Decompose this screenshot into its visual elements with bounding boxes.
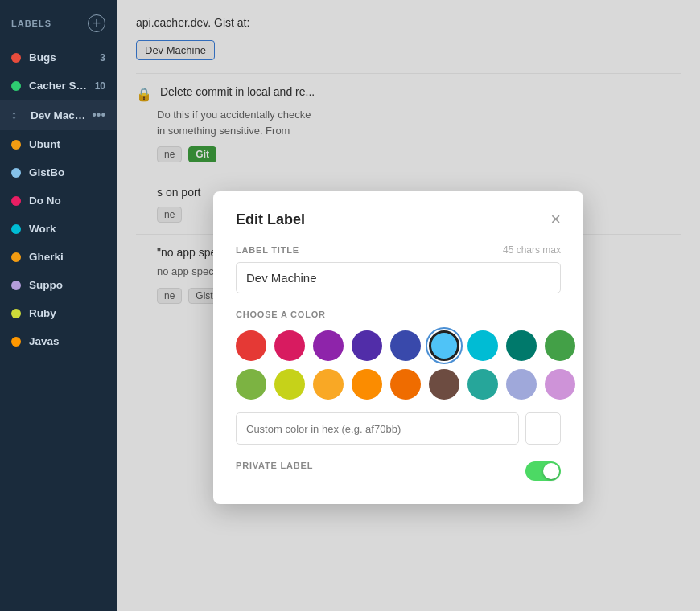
sidebar-item-javas[interactable]: Javas	[0, 327, 117, 355]
custom-color-preview	[525, 412, 561, 445]
private-label-row: PRIVATE LABEL	[236, 461, 561, 482]
sidebar-item-count: 10	[95, 80, 105, 92]
sidebar-header: LABELS +	[0, 0, 117, 43]
sidebar-item-label: Ubunt	[29, 138, 105, 150]
private-label-toggle[interactable]	[525, 461, 561, 481]
color-swatch[interactable]	[506, 369, 537, 400]
custom-color-input[interactable]	[236, 412, 519, 445]
color-swatch[interactable]	[429, 330, 459, 361]
edit-label-modal: Edit Label × LABEL TITLE 45 chars max CH…	[213, 191, 583, 504]
sidebar-item-work[interactable]: Work	[0, 215, 117, 243]
sidebar-item-label: Gherki	[29, 251, 105, 263]
color-swatch[interactable]	[545, 369, 575, 400]
arrows-icon: ↕	[11, 109, 23, 121]
label-color-dot	[11, 81, 21, 91]
add-label-button[interactable]: +	[88, 14, 105, 32]
label-color-dot	[11, 53, 21, 63]
color-swatch[interactable]	[236, 330, 266, 361]
color-swatch[interactable]	[506, 330, 537, 361]
label-color-dot	[11, 224, 21, 234]
color-swatch[interactable]	[274, 369, 305, 400]
color-swatch[interactable]	[467, 330, 498, 361]
sidebar-items-container: Bugs3Cacher Support10↕Dev Machine•••Ubun…	[0, 43, 117, 355]
sidebar-item-label: GistBo	[29, 166, 105, 178]
color-swatch[interactable]	[313, 330, 344, 361]
sidebar-item-cacher-support[interactable]: Cacher Support10	[0, 72, 117, 100]
modal-close-button[interactable]: ×	[550, 211, 561, 228]
color-swatch[interactable]	[429, 369, 459, 400]
label-title-label: LABEL TITLE	[236, 245, 299, 255]
color-swatch[interactable]	[352, 330, 382, 361]
sidebar-item-ubuntu[interactable]: Ubunt	[0, 130, 117, 158]
sidebar-item-bugs[interactable]: Bugs3	[0, 43, 117, 72]
label-color-dot	[11, 281, 21, 290]
sidebar-item-label: Javas	[29, 335, 105, 347]
color-swatch[interactable]	[467, 369, 498, 400]
choose-color-label: CHOOSE A COLOR	[236, 310, 561, 319]
label-color-dot	[11, 140, 21, 150]
main-content-area: api.cacher.dev. Gist at: Dev Machine 🔒 D…	[117, 0, 700, 611]
color-swatch[interactable]	[390, 369, 421, 400]
color-swatch[interactable]	[390, 330, 421, 361]
sidebar-item-label: Ruby	[29, 307, 105, 319]
sidebar-item-count: 3	[100, 52, 105, 64]
sidebar-item-label: Cacher Support	[29, 80, 92, 92]
color-swatch[interactable]	[274, 330, 305, 361]
label-color-dot	[11, 309, 21, 318]
label-title-input[interactable]	[236, 262, 561, 293]
label-color-dot	[11, 337, 21, 347]
label-hint: 45 chars max	[503, 244, 561, 256]
sidebar-item-gistbo[interactable]: GistBo	[0, 158, 117, 187]
label-color-dot	[11, 252, 21, 262]
sidebar-item-suppo[interactable]: Suppo	[0, 271, 117, 299]
color-row-2	[236, 369, 561, 400]
color-row-1	[236, 330, 561, 361]
sidebar-item-label: Dev Machine	[31, 109, 89, 121]
sidebar-item-label: Suppo	[29, 279, 105, 291]
toggle-knob	[543, 463, 559, 479]
label-title-row: LABEL TITLE 45 chars max	[236, 244, 561, 256]
custom-color-row	[236, 412, 561, 445]
sidebar-labels-title: LABELS	[11, 18, 51, 28]
color-swatch[interactable]	[236, 369, 266, 400]
sidebar-item-ruby[interactable]: Ruby	[0, 299, 117, 327]
color-swatch[interactable]	[352, 369, 382, 400]
sidebar-item-do-no[interactable]: Do No	[0, 187, 117, 215]
modal-overlay: Edit Label × LABEL TITLE 45 chars max CH…	[117, 0, 700, 611]
sidebar: LABELS + Bugs3Cacher Support10↕Dev Machi…	[0, 0, 117, 611]
modal-header: Edit Label ×	[236, 211, 561, 228]
sidebar-item-menu-icon[interactable]: •••	[92, 108, 105, 122]
private-label-label: PRIVATE LABEL	[236, 461, 313, 470]
sidebar-item-dev-machine[interactable]: ↕Dev Machine•••	[0, 100, 117, 130]
modal-title: Edit Label	[236, 211, 305, 228]
sidebar-item-gherki[interactable]: Gherki	[0, 243, 117, 271]
label-color-dot	[11, 196, 21, 206]
sidebar-item-label: Do No	[29, 195, 105, 207]
label-color-dot	[11, 168, 21, 178]
color-swatch[interactable]	[313, 369, 344, 400]
sidebar-item-label: Work	[29, 223, 105, 235]
color-swatch[interactable]	[545, 330, 575, 361]
color-grid	[236, 330, 561, 400]
sidebar-item-label: Bugs	[29, 51, 97, 64]
